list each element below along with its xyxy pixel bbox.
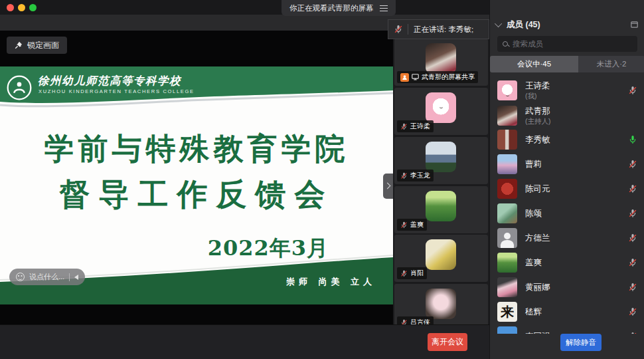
member-name: 曹莉 [525, 159, 542, 170]
school-name-cn: 徐州幼儿师范高等专科学校 [38, 74, 181, 88]
panel-collapse-icon[interactable] [495, 20, 502, 27]
mic-muted-icon [400, 221, 408, 229]
tab-in-meeting[interactable]: 会议中·45 [490, 56, 578, 72]
mic-muted-icon [628, 283, 637, 292]
presenter-badge-icon [400, 73, 409, 82]
pin-icon [15, 41, 23, 49]
slide-title-line1: 学前与特殊教育学院 [0, 129, 393, 169]
search-icon [503, 41, 509, 47]
chat-input-placeholder[interactable]: 说点什么... [29, 272, 64, 282]
avatar [497, 203, 517, 223]
video-tile[interactable]: 李玉龙 [394, 137, 488, 184]
avatar [497, 326, 517, 334]
video-tile[interactable]: 吕言侠 [394, 284, 488, 324]
member-row[interactable]: 陈司元 [490, 177, 644, 201]
mic-muted-icon [628, 258, 637, 267]
member-row[interactable]: 盖爽 [490, 251, 644, 275]
avatar [497, 106, 517, 126]
video-thumbnail-strip: 武青那的屏幕共享 王诗柔 李玉龙 盖爽 肖阳 [393, 15, 489, 324]
screen-share-icon [412, 74, 419, 80]
member-name: 方德兰 [525, 233, 550, 244]
member-row[interactable]: 方德兰 [490, 226, 644, 251]
mic-on-icon [628, 135, 637, 144]
slide-date: 2022年3月 [208, 234, 329, 263]
tab-not-joined[interactable]: 未进入·2 [578, 56, 644, 72]
leave-meeting-button[interactable]: 离开会议 [428, 333, 467, 351]
avatar [426, 289, 456, 319]
speaking-label: 正在讲话: 李秀敏; [414, 25, 473, 35]
mic-muted-icon [628, 307, 637, 316]
collapse-chat-icon[interactable] [74, 275, 78, 280]
member-row[interactable]: 武青那 (主持人) [490, 104, 644, 128]
avatar [426, 239, 456, 270]
member-row[interactable]: 黄丽娜 [490, 275, 644, 300]
video-tile[interactable]: 肖阳 [394, 235, 488, 282]
tile-name: 肖阳 [410, 269, 424, 278]
video-tile[interactable]: 盖爽 [394, 186, 488, 233]
member-name: 陈司元 [525, 183, 550, 195]
members-panel-title: 成员 (45) [507, 19, 626, 31]
mic-muted-icon [400, 172, 408, 180]
avatar [497, 179, 517, 199]
member-row[interactable]: 王诗柔 (我) [490, 78, 644, 103]
tile-name: 李玉龙 [410, 171, 430, 180]
school-logo [7, 75, 32, 100]
member-name: 李秀敏 [525, 134, 550, 146]
close-window-button[interactable] [7, 4, 14, 11]
avatar: 来 [497, 302, 517, 322]
mic-muted-icon [394, 25, 403, 34]
video-tile[interactable]: 武青那的屏幕共享 [394, 39, 488, 86]
member-role: (主持人) [525, 117, 551, 126]
chevron-right-icon [384, 183, 391, 189]
tile-name: 吕言侠 [410, 318, 430, 324]
mic-muted-icon [628, 160, 637, 169]
avatar [497, 253, 517, 273]
member-search-input[interactable]: 搜索成员 [497, 36, 637, 52]
watching-label: 你正在观看武青那的屏幕 [289, 3, 374, 13]
video-tile[interactable]: 王诗柔 [394, 88, 488, 135]
mic-muted-icon [400, 270, 408, 277]
member-tabs: 会议中·45 未进入·2 [490, 56, 644, 72]
watching-banner: 你正在观看武青那的屏幕 [282, 0, 396, 16]
member-role: (我) [525, 92, 537, 101]
member-row[interactable]: 李国强 [490, 324, 644, 334]
mic-muted-icon [628, 86, 637, 95]
avatar [497, 228, 517, 248]
school-motto: 崇师 尚美 立人 [286, 276, 376, 288]
member-row[interactable]: 李秀敏 [490, 128, 644, 152]
mic-muted-icon [628, 184, 637, 193]
video-strip-collapse-handle[interactable] [383, 174, 393, 199]
tile-name: 盖爽 [410, 220, 424, 229]
speaking-indicator: 正在讲话: 李秀敏; [388, 19, 489, 39]
avatar [497, 130, 517, 150]
member-row[interactable]: 来 嵇辉 [490, 300, 644, 324]
zoom-window-button[interactable] [29, 4, 37, 11]
popout-panel-icon[interactable] [631, 21, 638, 28]
member-row[interactable]: 曹莉 [490, 152, 644, 177]
member-name: 陈颂 [525, 208, 542, 219]
avatar [497, 154, 517, 174]
mic-muted-icon [628, 209, 637, 218]
member-row[interactable]: 陈颂 [490, 201, 644, 226]
mic-muted-icon [628, 332, 637, 334]
member-name: 嵇辉 [525, 306, 542, 318]
bottom-toolbar [0, 324, 489, 359]
mic-muted-icon [400, 123, 408, 130]
avatar [426, 43, 456, 74]
quick-chat-bar[interactable]: 说点什么... [9, 269, 85, 285]
lock-view-label: 锁定画面 [27, 40, 59, 51]
slide-title-line2: 督导工作反馈会 [0, 174, 393, 215]
search-placeholder: 搜索成员 [513, 39, 543, 49]
member-name: 黄丽娜 [525, 282, 550, 293]
minimize-window-button[interactable] [18, 4, 25, 11]
member-name: 盖爽 [525, 257, 542, 269]
avatar [426, 142, 456, 172]
banner-menu-icon[interactable] [380, 5, 388, 11]
school-name-en: XUZHOU KINDERGARTEN TEACHERS COLLEGE [39, 88, 195, 94]
avatar-character: 来 [501, 303, 514, 321]
panel-unmute-button[interactable]: 解除静音 [560, 334, 602, 351]
avatar [426, 92, 456, 123]
lock-view-button[interactable]: 锁定画面 [7, 37, 67, 54]
emoji-icon[interactable] [16, 273, 25, 281]
avatar [426, 191, 456, 221]
